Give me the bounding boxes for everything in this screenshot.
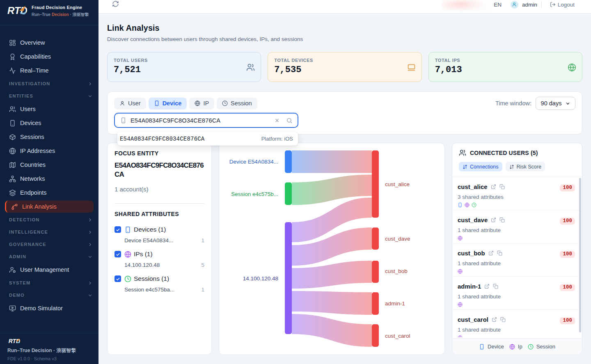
svg-text:cust_bob: cust_bob <box>385 268 408 274</box>
svg-text:Session e4c575b...: Session e4c575b... <box>231 191 278 197</box>
svg-text:14.100.120.48: 14.100.120.48 <box>243 275 278 282</box>
svg-text:cust_alice: cust_alice <box>385 181 410 187</box>
svg-text:Device E54A0834...: Device E54A0834... <box>229 159 278 165</box>
svg-text:admin-1: admin-1 <box>385 300 405 307</box>
svg-text:cust_carol: cust_carol <box>385 333 410 339</box>
svg-text:cust_dave: cust_dave <box>385 236 410 242</box>
